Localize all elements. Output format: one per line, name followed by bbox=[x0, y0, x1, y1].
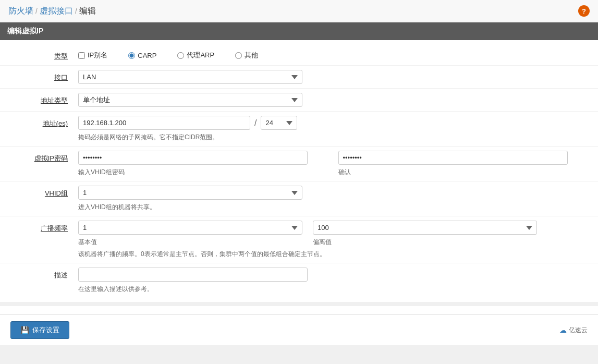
interface-content: LAN WAN lo0 bbox=[78, 70, 588, 84]
vip-password-content: 输入VHID组密码 确认 bbox=[78, 151, 588, 177]
vip-password-hint: 输入VHID组密码 bbox=[78, 168, 328, 177]
freq-offset-col: 100 200 50 0 偏离值 bbox=[313, 221, 537, 247]
subnet-mask-select[interactable]: 24 25 16 8 32 bbox=[261, 116, 297, 130]
freq-offset-hint: 偏离值 bbox=[313, 238, 537, 247]
form-container: 类型 IP别名 CARP 代理ARP bbox=[0, 40, 598, 302]
breadcrumb-edit: 编辑 bbox=[79, 6, 96, 17]
section-divider bbox=[0, 302, 598, 306]
freq-base-select[interactable]: 1 2 3 bbox=[78, 221, 302, 235]
ip-alias-label: IP别名 bbox=[88, 51, 107, 60]
vhid-hint: 进入VHID组的机器将共享。 bbox=[78, 203, 588, 212]
breadcrumb: 防火墙 / 虚拟接口 / 编辑 bbox=[8, 6, 96, 17]
other-radio[interactable] bbox=[235, 52, 242, 59]
vip-password-row: 虚拟IP密码 输入VHID组密码 确认 bbox=[0, 147, 598, 181]
address-type-content: 单个地址 网络 地址范围 bbox=[78, 93, 588, 107]
type-content: IP别名 CARP 代理ARP 其他 bbox=[78, 48, 588, 60]
vhid-label: VHID组 bbox=[10, 186, 78, 198]
page-header: 防火墙 / 虚拟接口 / 编辑 ? bbox=[0, 0, 598, 22]
freq-hint: 该机器将广播的频率。0表示通常是主节点。否则，集群中两个值的最低组合确定主节点。 bbox=[78, 250, 588, 259]
vip-confirm-label: 确认 bbox=[338, 168, 588, 177]
freq-base-hint: 基本值 bbox=[78, 238, 302, 247]
carp-radio[interactable] bbox=[128, 52, 135, 59]
interface-row: 接口 LAN WAN lo0 bbox=[0, 66, 598, 89]
save-icon: 💾 bbox=[20, 326, 29, 334]
type-other[interactable]: 其他 bbox=[235, 51, 258, 60]
desc-row: 描述 在这里输入描述以供参考。 bbox=[0, 263, 598, 298]
vhid-row: VHID组 1 2 3 进入VHID组的机器将共享。 bbox=[0, 181, 598, 216]
breadcrumb-sep2: / bbox=[75, 7, 77, 15]
type-label: 类型 bbox=[10, 48, 78, 61]
desc-label: 描述 bbox=[10, 268, 78, 280]
vip-confirm-input[interactable] bbox=[338, 151, 568, 165]
spacer bbox=[0, 306, 598, 314]
branding: ☁ 亿速云 bbox=[559, 326, 588, 335]
main-content: 编辑虚拟IP 类型 IP别名 CARP bbox=[0, 22, 598, 302]
password-col-1: 输入VHID组密码 bbox=[78, 151, 328, 177]
freq-content: 1 2 3 基本值 100 200 50 0 偏离值 bbox=[78, 221, 588, 259]
breadcrumb-sep1: / bbox=[35, 7, 38, 15]
address-type-row: 地址类型 单个地址 网络 地址范围 bbox=[0, 89, 598, 112]
desc-input[interactable] bbox=[78, 268, 308, 282]
address-input-row: / 24 25 16 8 32 bbox=[78, 116, 588, 130]
address-hint: 掩码必须是网络的子网掩码。它不指定CIDR范围。 bbox=[78, 133, 588, 142]
type-radio-group: IP别名 CARP 代理ARP 其他 bbox=[78, 48, 588, 60]
password-col-2: 确认 bbox=[338, 151, 588, 177]
interface-label: 接口 bbox=[10, 70, 78, 82]
brand-icon: ☁ bbox=[559, 326, 567, 334]
address-type-select[interactable]: 单个地址 网络 地址范围 bbox=[78, 93, 302, 107]
carp-label: CARP bbox=[138, 52, 156, 59]
freq-offset-select[interactable]: 100 200 50 0 bbox=[313, 221, 537, 235]
type-ip-alias[interactable]: IP别名 bbox=[78, 51, 107, 60]
type-carp[interactable]: CARP bbox=[128, 52, 156, 59]
slash-separator: / bbox=[254, 118, 257, 128]
breadcrumb-virtual-interface[interactable]: 虚拟接口 bbox=[40, 6, 73, 17]
save-label: 保存设置 bbox=[32, 325, 59, 335]
footer: 💾 保存设置 ☁ 亿速云 bbox=[0, 314, 598, 345]
type-row: 类型 IP别名 CARP 代理ARP bbox=[0, 44, 598, 66]
interface-select[interactable]: LAN WAN lo0 bbox=[78, 70, 302, 84]
address-input[interactable] bbox=[78, 116, 250, 130]
address-label: 地址(es) bbox=[10, 116, 78, 128]
desc-hint: 在这里输入描述以供参考。 bbox=[78, 285, 588, 294]
section-header: 编辑虚拟IP bbox=[0, 22, 598, 40]
type-proxy-arp[interactable]: 代理ARP bbox=[177, 51, 214, 60]
vhid-content: 1 2 3 进入VHID组的机器将共享。 bbox=[78, 186, 588, 212]
freq-base-col: 1 2 3 基本值 bbox=[78, 221, 302, 247]
freq-label: 广播频率 bbox=[10, 221, 78, 233]
freq-inputs-row: 1 2 3 基本值 100 200 50 0 偏离值 bbox=[78, 221, 588, 247]
proxy-arp-radio[interactable] bbox=[177, 52, 184, 59]
vip-password-input[interactable] bbox=[78, 151, 308, 165]
breadcrumb-firewall[interactable]: 防火墙 bbox=[8, 6, 33, 17]
proxy-arp-label: 代理ARP bbox=[187, 51, 214, 60]
brand-name: 亿速云 bbox=[569, 326, 588, 335]
address-row: 地址(es) / 24 25 16 8 32 掩码必须是网络的子网掩码。它不指定… bbox=[0, 112, 598, 147]
other-label: 其他 bbox=[245, 51, 258, 60]
password-row: 输入VHID组密码 确认 bbox=[78, 151, 588, 177]
help-icon[interactable]: ? bbox=[578, 5, 590, 17]
save-button[interactable]: 💾 保存设置 bbox=[10, 321, 69, 339]
vhid-select[interactable]: 1 2 3 bbox=[78, 186, 302, 200]
address-content: / 24 25 16 8 32 掩码必须是网络的子网掩码。它不指定CIDR范围。 bbox=[78, 116, 588, 142]
freq-row: 广播频率 1 2 3 基本值 100 200 bbox=[0, 216, 598, 263]
vip-password-label: 虚拟IP密码 bbox=[10, 151, 78, 163]
address-type-label: 地址类型 bbox=[10, 93, 78, 105]
ip-alias-checkbox[interactable] bbox=[78, 52, 85, 59]
desc-content: 在这里输入描述以供参考。 bbox=[78, 268, 588, 294]
